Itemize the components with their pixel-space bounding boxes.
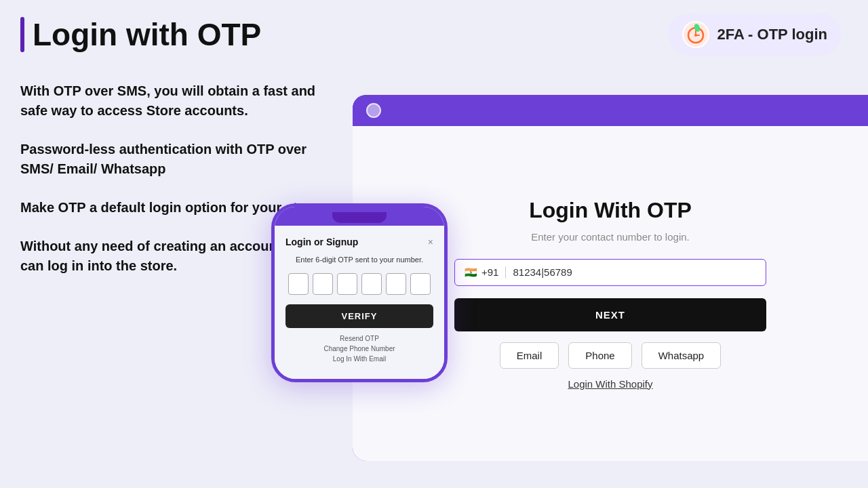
phone-mockup: Login or Signup × Enter 6-digit OTP sent… bbox=[271, 203, 448, 382]
otp-box-6[interactable] bbox=[410, 273, 431, 295]
app-badge-text: 2FA - OTP login bbox=[717, 26, 827, 43]
phone-body: Login or Signup × Enter 6-digit OTP sent… bbox=[275, 226, 444, 379]
resend-otp-link[interactable]: Resend OTP bbox=[285, 335, 433, 342]
header: Login with OTP 2FA - OTP login bbox=[0, 0, 868, 62]
login-card-title: Login With OTP bbox=[454, 198, 766, 223]
phone-input-wrapper[interactable]: 🇮🇳 +91 81234|56789 bbox=[454, 259, 766, 286]
login-card-subtitle: Enter your contact number to login. bbox=[454, 231, 766, 243]
channel-buttons: Email Phone Whatsapp bbox=[454, 342, 766, 369]
modal-title: Login or Signup bbox=[285, 237, 358, 247]
feature-text-1: With OTP over SMS, you will obtain a fas… bbox=[20, 81, 332, 121]
email-channel-button[interactable]: Email bbox=[500, 342, 559, 369]
shopify-login-link[interactable]: Login With Shopify bbox=[454, 378, 766, 390]
page-title-container: Login with OTP bbox=[20, 16, 261, 53]
modal-subtitle: Enter 6-digit OTP sent to your number. bbox=[285, 256, 433, 264]
otp-box-5[interactable] bbox=[386, 273, 406, 295]
feature-text-2: Password-less authentication with OTP ov… bbox=[20, 140, 332, 179]
svg-point-5 bbox=[694, 34, 697, 37]
verify-button[interactable]: VERIFY bbox=[285, 304, 433, 328]
login-card: Login With OTP Enter your contact number… bbox=[454, 198, 766, 390]
app-badge-icon bbox=[682, 20, 710, 49]
flag-emoji: 🇮🇳 bbox=[465, 266, 477, 279]
phone-channel-button[interactable]: Phone bbox=[568, 342, 631, 369]
browser-dot-1 bbox=[366, 103, 381, 118]
flag-code: 🇮🇳 +91 bbox=[465, 266, 506, 279]
otp-box-1[interactable] bbox=[288, 273, 309, 295]
app-badge: 2FA - OTP login bbox=[668, 14, 841, 56]
modal-close-button[interactable]: × bbox=[428, 237, 433, 247]
otp-box-4[interactable] bbox=[361, 273, 382, 295]
otp-box-3[interactable] bbox=[337, 273, 357, 295]
modal-header: Login or Signup × bbox=[285, 237, 433, 247]
change-phone-link[interactable]: Change Phone Number bbox=[285, 345, 433, 352]
notch-inner bbox=[332, 212, 387, 223]
otp-box-2[interactable] bbox=[313, 273, 333, 295]
phone-links: Resend OTP Change Phone Number Log In Wi… bbox=[285, 335, 433, 363]
title-bar-accent bbox=[20, 17, 24, 52]
next-button[interactable]: NEXT bbox=[454, 298, 766, 331]
otp-boxes bbox=[285, 273, 433, 295]
phone-input-value[interactable]: 81234|56789 bbox=[513, 266, 756, 278]
whatsapp-channel-button[interactable]: Whatsapp bbox=[642, 342, 722, 369]
login-email-link[interactable]: Log In With Email bbox=[285, 355, 433, 363]
page-title: Login with OTP bbox=[33, 16, 261, 53]
browser-bar bbox=[353, 95, 868, 126]
phone-code: +91 bbox=[481, 266, 498, 278]
phone-notch bbox=[275, 207, 444, 226]
